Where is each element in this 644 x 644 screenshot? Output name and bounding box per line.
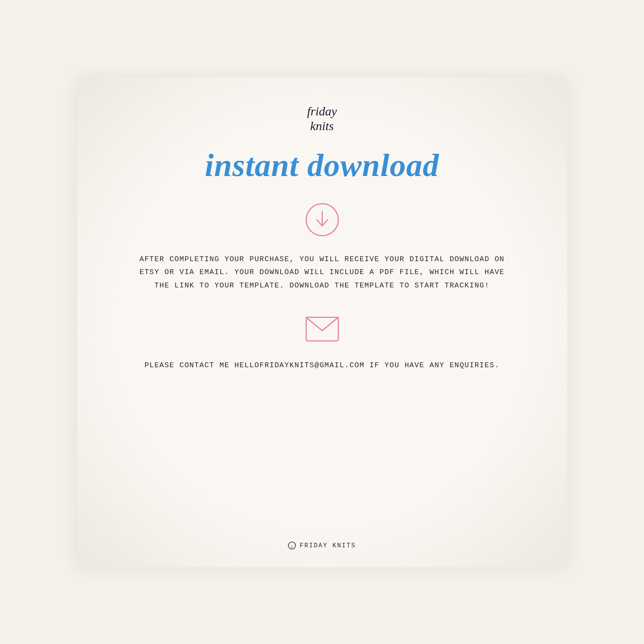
footer-brand: FRIDAY KNITS <box>299 542 356 549</box>
main-title: instant download <box>205 147 439 184</box>
download-icon <box>304 202 340 238</box>
svg-text:c: c <box>291 543 293 548</box>
email-icon <box>304 315 340 344</box>
description-text: AFTER COMPLETING YOUR PURCHASE, YOU WILL… <box>131 253 514 292</box>
download-icon-container <box>304 202 340 239</box>
logo: friday knits <box>307 104 337 134</box>
email-icon-container <box>304 315 340 345</box>
copyright-icon: c <box>288 541 296 550</box>
contact-text: PLEASE CONTACT ME HELLOFRIDAYKNITS@GMAIL… <box>144 359 500 372</box>
logo-text: friday knits <box>307 104 337 134</box>
page-container: friday knits instant download AFTER COMP… <box>77 77 567 567</box>
footer: c FRIDAY KNITS <box>288 541 356 550</box>
